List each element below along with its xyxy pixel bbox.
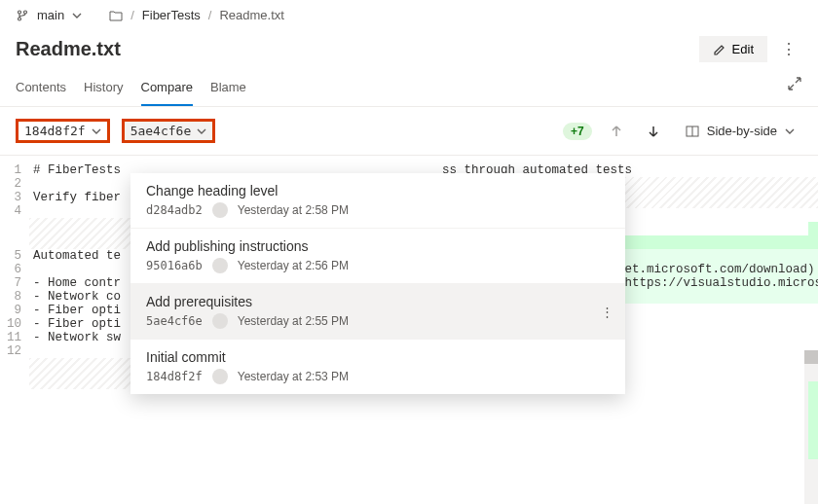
tab-contents[interactable]: Contents (16, 72, 66, 106)
page-title: Readme.txt (16, 38, 121, 60)
breadcrumb-folder[interactable]: FiberTests (142, 8, 201, 22)
next-diff-button[interactable] (641, 121, 666, 142)
commit-hash: 184d8f2f (146, 370, 203, 383)
diff-marker (808, 381, 818, 459)
more-button[interactable]: ⋮ (775, 34, 802, 64)
prev-diff-button[interactable] (604, 121, 629, 142)
commit-hash: 95016a6b (146, 259, 203, 272)
avatar (212, 313, 228, 329)
edit-button[interactable]: Edit (699, 36, 767, 62)
more-icon[interactable]: ⋮ (601, 305, 614, 319)
expand-icon[interactable] (787, 76, 802, 91)
commit-option[interactable]: Initial commit 184d8f2f Yesterday at 2:5… (130, 340, 625, 394)
commit-option[interactable]: Add publishing instructions 95016a6b Yes… (130, 229, 625, 284)
avatar (212, 202, 228, 218)
branch-name[interactable]: main (37, 8, 64, 22)
commit-time: Yesterday at 2:58 PM (238, 203, 349, 217)
right-commit-hash: 5ae4cf6e (130, 124, 192, 138)
breadcrumb: main / FiberTests / Readme.txt (0, 0, 818, 30)
tab-compare[interactable]: Compare (141, 72, 193, 106)
avatar (212, 258, 228, 273)
commit-picker-dropdown: Change heading level d284adb2 Yesterday … (130, 173, 625, 394)
tab-blame[interactable]: Blame (210, 72, 246, 106)
commit-hash: d284adb2 (146, 203, 203, 217)
view-mode-dropdown[interactable]: Side-by-side (678, 120, 802, 142)
commit-title: Initial commit (146, 349, 610, 365)
chevron-down-icon (92, 126, 101, 136)
commit-title: Add publishing instructions (146, 238, 610, 254)
left-commit-dropdown[interactable]: 184d8f2f (16, 119, 110, 143)
branch-icon (16, 9, 29, 22)
folder-icon (109, 9, 123, 22)
scrollbar-thumb[interactable] (804, 350, 818, 364)
commit-time: Yesterday at 2:55 PM (238, 314, 349, 328)
commit-option[interactable]: Add prerequisites 5ae4cf6e Yesterday at … (130, 284, 625, 340)
tab-history[interactable]: History (84, 72, 123, 106)
chevron-down-icon (197, 126, 206, 136)
chevron-down-icon[interactable] (72, 11, 82, 20)
diff-marker (808, 222, 818, 239)
avatar (212, 369, 228, 384)
commit-hash: 5ae4cf6e (146, 314, 203, 328)
commit-title: Change heading level (146, 183, 610, 198)
diff-count-badge: +7 (563, 123, 592, 140)
commit-option[interactable]: Change heading level d284adb2 Yesterday … (130, 173, 625, 229)
breadcrumb-file[interactable]: Readme.txt (219, 8, 283, 22)
view-mode-label: Side-by-side (707, 124, 777, 138)
pencil-icon (713, 43, 726, 56)
commit-time: Yesterday at 2:53 PM (238, 370, 349, 383)
compare-toolbar: 184d8f2f 5ae4cf6e +7 Side-by-side (0, 107, 818, 156)
file-tabs: Contents History Compare Blame (0, 72, 818, 107)
layout-icon (686, 125, 699, 138)
chevron-down-icon (785, 126, 795, 136)
right-commit-dropdown[interactable]: 5ae4cf6e (122, 119, 216, 143)
commit-time: Yesterday at 2:56 PM (238, 259, 349, 272)
edit-label: Edit (732, 42, 754, 56)
commit-title: Add prerequisites (146, 294, 610, 309)
left-commit-hash: 184d8f2f (24, 124, 86, 138)
